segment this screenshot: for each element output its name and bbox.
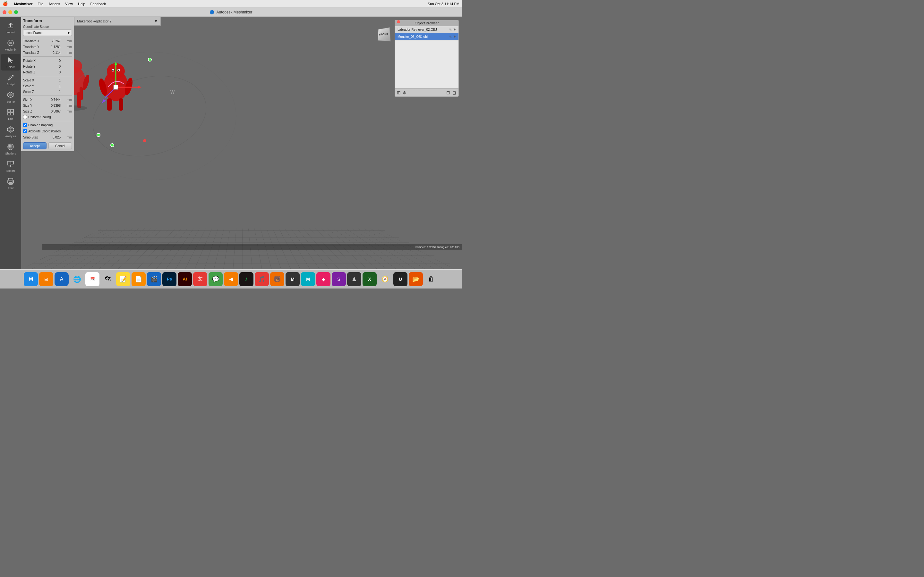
object-browser-close-button[interactable] bbox=[397, 20, 400, 23]
scale-y-label: Scale Y bbox=[23, 84, 42, 88]
dock-meshmixer[interactable]: M bbox=[286, 272, 300, 286]
sidebar-item-analysis[interactable]: Analysis bbox=[1, 123, 20, 140]
scale-x-value[interactable]: 1 bbox=[48, 79, 61, 82]
svg-marker-9 bbox=[9, 93, 13, 97]
menubar-right: Sun Oct 3 11:14 PM bbox=[428, 2, 459, 6]
sidebar-item-stamp[interactable]: Stamp bbox=[1, 89, 20, 105]
dock-safari[interactable]: 🧭 bbox=[378, 272, 392, 286]
dock-relay[interactable]: ◀ bbox=[224, 272, 238, 286]
dock-maya[interactable]: M bbox=[301, 272, 315, 286]
accept-button[interactable]: Accept bbox=[23, 142, 47, 149]
dock-imovie[interactable]: 🎬 bbox=[147, 272, 161, 286]
sidebar-item-print[interactable]: Print bbox=[1, 175, 20, 192]
view-menu[interactable]: View bbox=[65, 2, 73, 6]
dock-wechat[interactable]: 💬 bbox=[208, 272, 223, 286]
enable-snapping-checkbox[interactable] bbox=[23, 123, 27, 127]
scale-z-value[interactable]: 1 bbox=[48, 90, 61, 93]
snap-step-value[interactable]: 0.025 bbox=[48, 135, 61, 139]
apple-menu[interactable]: 🍎 bbox=[3, 1, 8, 6]
print-icon bbox=[6, 177, 15, 186]
transform-panel: Transform Coordinate Space Local Frame ▼… bbox=[21, 17, 74, 151]
sculpt-icon bbox=[6, 73, 15, 82]
absolute-coords-checkbox[interactable] bbox=[23, 129, 27, 133]
object-name-labrador: Labrador-Retriever_02.OBJ bbox=[397, 28, 449, 31]
sidebar-item-edit[interactable]: Edit bbox=[1, 106, 20, 122]
size-y-row: Size Y 0.5398 mm bbox=[23, 103, 72, 108]
dock-keyshape[interactable]: ◆ bbox=[317, 272, 330, 286]
titlebar: 🔵 Autodesk Meshmixer bbox=[0, 8, 462, 17]
makerbot-label: Makerbot Replicator 2 bbox=[77, 19, 111, 23]
dock-slack[interactable]: S bbox=[332, 272, 346, 286]
app-menu[interactable]: Meshmixer bbox=[14, 2, 32, 6]
file-menu[interactable]: File bbox=[37, 2, 43, 6]
sidebar-item-sculpt[interactable]: Sculpt bbox=[1, 71, 20, 88]
dock-spotify[interactable]: ♪ bbox=[239, 272, 254, 286]
dock-calendar[interactable]: 📅 bbox=[86, 272, 99, 286]
translate-x-unit: mm bbox=[66, 39, 72, 43]
sidebar-item-select[interactable]: Select bbox=[1, 54, 20, 71]
svg-rect-11 bbox=[11, 109, 13, 112]
object-row-monster[interactable]: Monster_03_OBJ.obj ✎ 👁 bbox=[395, 33, 459, 40]
sculpt-label: Sculpt bbox=[6, 83, 15, 86]
sidebar-item-meshmix[interactable]: Meshmix bbox=[1, 37, 20, 53]
viewport[interactable]: Makerbot Replicator 2 ▼ FRONT bbox=[21, 17, 462, 269]
dock-finder[interactable]: 🖥 bbox=[24, 272, 38, 286]
dock-photoshop[interactable]: Ps bbox=[162, 272, 176, 286]
size-y-value[interactable]: 0.5398 bbox=[48, 104, 61, 107]
translate-x-value[interactable]: -0.267 bbox=[48, 39, 61, 43]
statusbar-text: vertices: 122252 triangles: 231433 bbox=[415, 245, 459, 249]
dock-steam[interactable]: ♟ bbox=[347, 272, 361, 286]
ob-add-button[interactable]: ⊞ bbox=[397, 90, 401, 95]
size-z-value[interactable]: 0.5067 bbox=[48, 110, 61, 113]
dock-notes[interactable]: 📝 bbox=[116, 272, 130, 286]
object-browser-footer: ⊞ ⊕ ⊟ 🗑 bbox=[395, 89, 459, 97]
dock-bear[interactable]: 🐻 bbox=[270, 272, 284, 286]
size-x-label: Size X bbox=[23, 98, 42, 102]
coord-space-dropdown[interactable]: Local Frame ▼ bbox=[23, 29, 72, 36]
dock-illustrator[interactable]: Ai bbox=[178, 272, 192, 286]
dock-pages[interactable]: 📄 bbox=[132, 272, 145, 286]
dock-chrome[interactable]: 🌐 bbox=[70, 272, 84, 286]
object-row-labrador[interactable]: Labrador-Retriever_02.OBJ ✎ 👁 bbox=[395, 26, 459, 33]
ob-delete-button[interactable]: 🗑 bbox=[452, 90, 457, 95]
object-name-monster: Monster_03_OBJ.obj bbox=[397, 35, 449, 39]
dock-unity[interactable]: U bbox=[393, 272, 407, 286]
dock-df[interactable]: 📂 bbox=[409, 272, 423, 286]
translate-y-value[interactable]: 1.1281 bbox=[48, 45, 61, 49]
dock-launchpad[interactable]: ⊞ bbox=[39, 272, 53, 286]
dock-appstore[interactable]: A bbox=[55, 272, 69, 286]
sidebar-item-export[interactable]: Export bbox=[1, 158, 20, 174]
translate-z-value[interactable]: -0.114 bbox=[48, 51, 61, 55]
sidebar-item-shaders[interactable]: Shaders bbox=[1, 140, 20, 157]
sidebar: Import Meshmix Select Sculpt Stamp bbox=[0, 17, 21, 269]
feedback-menu[interactable]: Feedback bbox=[90, 2, 106, 6]
makerbot-bar[interactable]: Makerbot Replicator 2 ▼ bbox=[74, 17, 161, 26]
help-menu[interactable]: Help bbox=[78, 2, 86, 6]
dock-maps[interactable]: 🗺 bbox=[101, 272, 115, 286]
dock-wenxian[interactable]: 文 bbox=[193, 272, 207, 286]
size-z-label: Size Z bbox=[23, 110, 42, 113]
scale-z-label: Scale Z bbox=[23, 90, 42, 93]
ob-duplicate-button[interactable]: ⊟ bbox=[446, 90, 450, 95]
svg-text:W: W bbox=[170, 89, 175, 95]
window-title: 🔵 Autodesk Meshmixer bbox=[210, 10, 252, 15]
rotate-z-value[interactable]: 0 bbox=[48, 71, 61, 74]
uniform-scaling-checkbox[interactable] bbox=[23, 115, 27, 119]
dock-excel[interactable]: X bbox=[363, 272, 376, 286]
translate-z-unit: mm bbox=[66, 51, 72, 55]
app-title: Autodesk Meshmixer bbox=[216, 10, 252, 15]
size-x-value[interactable]: 0.7444 bbox=[48, 98, 61, 102]
rotate-x-value[interactable]: 0 bbox=[48, 59, 61, 63]
rotate-y-value[interactable]: 0 bbox=[48, 65, 61, 68]
svg-rect-3 bbox=[8, 27, 13, 28]
ob-merge-button[interactable]: ⊕ bbox=[403, 90, 407, 95]
maximize-button[interactable] bbox=[14, 10, 18, 14]
dock-netease[interactable]: 🎵 bbox=[255, 272, 269, 286]
close-button[interactable] bbox=[3, 10, 6, 14]
cancel-button[interactable]: Cancel bbox=[48, 142, 72, 149]
actions-menu[interactable]: Actions bbox=[48, 2, 60, 6]
minimize-button[interactable] bbox=[8, 10, 12, 14]
scale-y-value[interactable]: 1 bbox=[48, 84, 61, 88]
dock-trash[interactable]: 🗑 bbox=[424, 272, 438, 286]
sidebar-item-import[interactable]: Import bbox=[1, 19, 20, 36]
